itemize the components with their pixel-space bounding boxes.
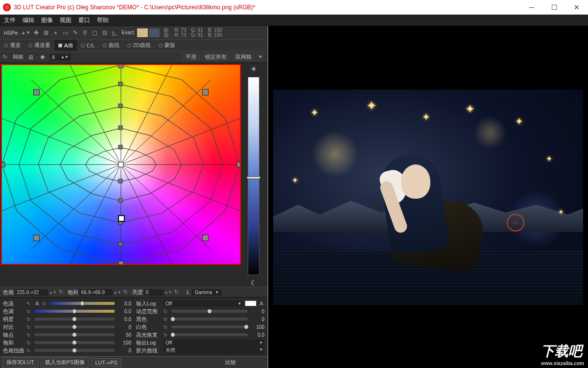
- menu-view[interactable]: 视图: [60, 16, 71, 24]
- reset-icon[interactable]: ↻: [164, 317, 169, 322]
- grid-size[interactable]: 8▲▼: [50, 54, 71, 61]
- hue-value[interactable]: 225.0->22: [15, 289, 48, 296]
- sat-value[interactable]: 66.9->66.9: [79, 289, 113, 296]
- reset-icon[interactable]: ↻: [164, 309, 169, 314]
- color-grid[interactable]: [1, 64, 241, 265]
- slider-track[interactable]: [34, 310, 115, 313]
- slider-value: 0.0: [250, 332, 264, 338]
- minimize-button[interactable]: ─: [520, 0, 543, 15]
- radial-icon[interactable]: ✱: [38, 53, 47, 62]
- slider-track[interactable]: [34, 349, 115, 352]
- moon-icon[interactable]: ☾: [250, 279, 258, 287]
- slider-row: 输出LogOff▾: [136, 339, 264, 346]
- reset-sat-icon[interactable]: ↻: [123, 289, 130, 296]
- luminance-slider[interactable]: [248, 77, 259, 275]
- slider-dropdown[interactable]: Off▾: [164, 340, 264, 346]
- eyedropper-icon[interactable]: ✎: [71, 28, 80, 37]
- color-swatch[interactable]: [245, 300, 257, 306]
- slider-label: 明度: [3, 316, 24, 323]
- slider-row: 高光恢复↻0.0: [136, 331, 264, 339]
- slider-track[interactable]: [171, 325, 248, 328]
- slider-track[interactable]: [34, 318, 115, 321]
- menu-file[interactable]: 文件: [4, 16, 16, 24]
- lockall-button[interactable]: 锁定所有: [201, 52, 231, 62]
- slider-row: 黑色↻0: [136, 315, 264, 323]
- sun-icon[interactable]: ☀: [250, 65, 258, 73]
- gamma-dropdown[interactable]: Gamma▼: [192, 289, 222, 296]
- exact-label[interactable]: Exact: [120, 29, 136, 36]
- reset-hue-icon[interactable]: ↻: [59, 289, 66, 296]
- tab-channel[interactable]: 通道: [0, 40, 24, 51]
- lut-to-ps-button[interactable]: LUT->PS: [91, 358, 122, 367]
- reset-icon[interactable]: ↻: [26, 332, 32, 338]
- slider-label: 胶片曲线: [136, 347, 162, 354]
- rect-tool-icon[interactable]: ▢: [91, 28, 99, 37]
- reset-icon[interactable]: ↻: [26, 309, 32, 314]
- compare-label[interactable]: 比较: [225, 359, 236, 366]
- grid2-tool-icon[interactable]: ⊟: [100, 28, 109, 37]
- auto-letter[interactable]: A: [34, 300, 40, 306]
- toolbar: HSPe ▲▼ ✥ ⊞ ⌖ ▭ ✎ ⚲ ▢ ⊟ ◺ Exact 前:R: 73G…: [0, 26, 267, 40]
- svg-rect-25: [118, 145, 122, 149]
- slider-track[interactable]: [171, 318, 248, 321]
- reset-icon[interactable]: ↻: [26, 348, 32, 353]
- swatch-after[interactable]: [149, 28, 160, 37]
- slider-track[interactable]: [34, 325, 115, 328]
- grid-label: 网格: [13, 53, 24, 61]
- zoom-icon[interactable]: ⚲: [81, 28, 90, 37]
- tab-curves-2d[interactable]: 2D曲线: [123, 40, 155, 51]
- seal-stamp: 印: [507, 214, 524, 231]
- menu-bar: 文件 编辑 图像 视图 窗口 帮助: [0, 15, 588, 26]
- menu-window[interactable]: 窗口: [78, 16, 90, 24]
- tab-mask[interactable]: 蒙版: [155, 40, 179, 51]
- color-mode[interactable]: HSPe: [2, 29, 20, 37]
- slider-label: 色温: [3, 300, 24, 307]
- menu-help[interactable]: 帮助: [97, 16, 109, 24]
- grid-icon[interactable]: ⊞: [26, 53, 35, 62]
- tab-ab[interactable]: A/B: [54, 40, 77, 51]
- reset-icon[interactable]: ↻: [26, 324, 32, 330]
- menu-edit[interactable]: 编辑: [23, 16, 34, 24]
- slider-label: 色相扭曲: [3, 347, 24, 354]
- tab-curves[interactable]: 曲线: [99, 40, 123, 51]
- reset-icon[interactable]: ↻: [164, 332, 169, 338]
- slider-row: 白色↻100: [136, 323, 264, 331]
- slider-label: 色调: [3, 308, 24, 315]
- dropdown-icon[interactable]: ▼: [257, 52, 264, 61]
- dualgrid-button[interactable]: 双网格: [232, 52, 256, 62]
- image-preview[interactable]: ✦ ✦ ✦ ✦ ✦ ✦ ✦ ✦ 印: [273, 90, 583, 305]
- slider-track[interactable]: [34, 333, 115, 336]
- grid-tool-icon[interactable]: ⊞: [42, 28, 50, 37]
- maximize-button[interactable]: ☐: [543, 0, 565, 15]
- lum-value[interactable]: 0: [144, 289, 164, 296]
- auto-letter[interactable]: A: [259, 300, 264, 306]
- slider-track[interactable]: [171, 333, 248, 336]
- reset-icon[interactable]: ↻: [26, 340, 32, 345]
- swatch-before[interactable]: [137, 28, 148, 37]
- menu-image[interactable]: 图像: [41, 16, 53, 24]
- eyedropper-icon[interactable]: ✎: [26, 301, 32, 306]
- rgb-readout: 前:R: 73G: 91B: 150 后:R: 73G: 91B: 150: [164, 28, 222, 38]
- reset-icon[interactable]: ↻: [164, 324, 169, 330]
- reset-lum-icon[interactable]: ↻: [174, 289, 181, 296]
- select-tool-icon[interactable]: ▭: [61, 28, 70, 37]
- close-button[interactable]: ✕: [565, 0, 588, 15]
- mode-spinner[interactable]: ▲▼: [21, 30, 31, 35]
- slider-dropdown[interactable]: Off▾: [164, 300, 243, 307]
- slider-track[interactable]: [50, 302, 115, 305]
- slider-track[interactable]: [34, 341, 115, 344]
- smooth-button[interactable]: 平滑: [182, 52, 200, 62]
- save-lut-button[interactable]: 保存3DLUT: [2, 357, 39, 368]
- reset-icon[interactable]: ↻: [42, 301, 48, 306]
- slider-label: 白色: [136, 323, 162, 331]
- move-tool-icon[interactable]: ✥: [32, 28, 41, 37]
- reset-icon[interactable]: ↻: [26, 317, 32, 322]
- load-ps-button[interactable]: 载入当前PS图像: [41, 357, 89, 368]
- triangle-tool-icon[interactable]: ◺: [110, 28, 119, 37]
- tab-cl[interactable]: C/L: [77, 40, 99, 51]
- slider-dropdown[interactable]: 关闭▾: [164, 346, 264, 354]
- reset-icon[interactable]: ↻: [3, 54, 10, 61]
- tab-channel-amount[interactable]: 通道量: [24, 40, 54, 51]
- warp-tool-icon[interactable]: ⌖: [51, 28, 60, 37]
- slider-track[interactable]: [171, 310, 248, 313]
